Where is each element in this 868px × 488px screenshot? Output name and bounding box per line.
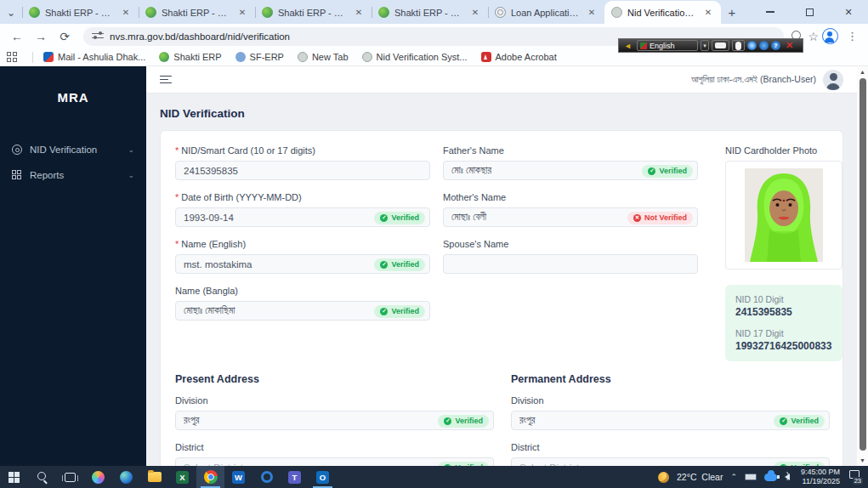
chevron-down-icon: ⌄ [7, 7, 15, 19]
outlook-button[interactable]: O [309, 466, 337, 488]
tab-close-icon[interactable]: ✕ [702, 7, 714, 19]
site-info-icon[interactable] [92, 31, 104, 42]
user-avatar[interactable] [823, 70, 843, 90]
mothers-name-input[interactable]: মোছাঃ বেলী ✕Not Verified [443, 207, 698, 227]
overlay-help-icon[interactable]: ? [771, 41, 780, 50]
field-permanent-division: Division রংপুর ✓Verified [511, 395, 830, 430]
browser-menu-icon[interactable]: ⋮ [842, 30, 863, 43]
chrome-button[interactable] [196, 466, 224, 488]
tab-close-icon[interactable]: ✕ [236, 7, 248, 19]
new-tab-button[interactable]: + [721, 1, 743, 23]
permanent-division-select[interactable]: রংপুর ✓Verified [511, 411, 830, 430]
scroll-up-icon[interactable]: ▲ [857, 69, 868, 75]
back-button[interactable]: ← [7, 26, 27, 47]
apps-grid-icon[interactable] [7, 52, 17, 62]
bookmark-mail[interactable]: Mail - Ashulia Dhak... [43, 52, 145, 62]
chrome-icon [204, 470, 218, 484]
header-user[interactable]: আশুলিয়া ঢাকা-এস.এমই (Branch-User) [691, 70, 843, 90]
touch-keyboard-icon[interactable] [745, 474, 757, 480]
permanent-address-section: Permanent Address Division রংপুর ✓Verifi… [511, 373, 830, 466]
copilot-button[interactable] [84, 466, 112, 488]
bookmark-adobe-acrobat[interactable]: Adobe Acrobat [481, 52, 557, 62]
bookmark-shakti-erp[interactable]: Shakti ERP [159, 52, 221, 62]
word-button[interactable]: W [224, 466, 252, 488]
browser-tab-4[interactable]: Shakti ERP - Loan Proposa... ✕ [372, 1, 488, 24]
bookmark-star-icon[interactable]: ☆ [808, 30, 819, 43]
start-button[interactable] [0, 466, 28, 488]
name-english-input[interactable]: mst. mostakima ✓Verified [175, 254, 430, 274]
name-bangla-input[interactable]: মোছাঃ মোকাছিমা ✓Verified [175, 301, 430, 321]
field-fathers-name: Father's Name মোঃ মোকছার ✓Verified [443, 145, 698, 180]
nid-17-digit-value: 19932716425000833 [735, 340, 832, 352]
tray-expand-icon[interactable]: ⌃ [730, 473, 737, 481]
excel-button[interactable]: X [168, 466, 196, 488]
divider [32, 52, 33, 63]
permanent-district-select[interactable]: Select District ✓Verified [511, 457, 830, 466]
teams-icon: T [288, 471, 301, 484]
cardholder-portrait [745, 168, 823, 262]
browser-tab-active[interactable]: Nid Verification System ✕ [604, 1, 721, 24]
window-minimize-button[interactable] [751, 0, 790, 24]
shakti-erp-favicon [262, 7, 273, 18]
action-center-button[interactable]: 23 [848, 470, 863, 484]
profile-icon[interactable] [822, 28, 838, 44]
overlay-language-dropdown-icon[interactable]: ▾ [701, 40, 709, 51]
spouses-name-input[interactable] [443, 254, 698, 274]
browser-tab-2[interactable]: Shakti ERP - Member Lead... ✕ [139, 1, 255, 24]
forward-button[interactable]: → [31, 26, 51, 47]
file-explorer-button[interactable] [140, 466, 168, 488]
overlay-mouse-button[interactable] [732, 40, 745, 51]
form-grid: *NID/Smart Card (10 or 17 digits) 241539… [175, 145, 828, 361]
tab-close-icon[interactable]: ✕ [586, 7, 598, 19]
overlay-language-select[interactable]: English [637, 40, 698, 51]
fathers-name-input[interactable]: মোঃ মোকছার ✓Verified [443, 161, 698, 180]
present-district-select[interactable]: Select District ✓Verified [175, 457, 494, 466]
bookmark-sf-erp[interactable]: SF-ERP [235, 52, 284, 62]
date-of-birth-input[interactable]: 1993-09-14 ✓Verified [175, 207, 430, 227]
weather-moon-icon[interactable] [658, 472, 669, 483]
window-close-button[interactable]: ✕ [829, 0, 868, 24]
window-maximize-button[interactable] [790, 0, 829, 24]
scrollbar-thumb[interactable] [859, 78, 866, 451]
present-division-select[interactable]: রংপুর ✓Verified [175, 411, 494, 430]
onedrive-icon[interactable] [764, 474, 777, 481]
shakti-erp-icon [159, 52, 169, 62]
clock-time: 9:45:00 PM [801, 468, 840, 477]
nid-number-input[interactable]: 2415395835 [175, 161, 430, 180]
reload-button[interactable]: ⟳ [54, 26, 75, 47]
taskbar-search-button[interactable] [28, 466, 56, 488]
scroll-down-icon[interactable]: ▼ [857, 457, 868, 463]
overlay-back-icon[interactable]: ◄ [621, 40, 634, 51]
taskbar-clock[interactable]: 9:45:00 PM 11/19/2025 [801, 468, 840, 487]
verified-badge: ✓Verified [774, 415, 825, 428]
sync-app-button[interactable] [252, 466, 281, 488]
page-scrollbar[interactable]: ▲ ▼ [857, 66, 868, 466]
bookmark-nid-verification[interactable]: Nid Verification Syst... [362, 52, 468, 62]
volume-icon[interactable] [785, 474, 790, 480]
bookmark-new-tab[interactable]: New Tab [298, 52, 349, 62]
sidebar-item-nid-verification[interactable]: NID Verification ⌄ [0, 137, 146, 162]
sidebar-toggle-icon[interactable] [160, 76, 172, 84]
browser-tab-3[interactable]: Shakti ERP - Lead Details ✕ [255, 1, 372, 24]
url-text[interactable]: nvs.mra.gov.bd/dashboard/nid/verificatio… [110, 31, 290, 42]
tab-search-button[interactable]: ⌄ [0, 2, 22, 24]
teams-button[interactable]: T [281, 466, 309, 488]
sidebar-item-reports[interactable]: Reports ⌄ [0, 162, 146, 188]
browser-tab-strip: ⌄ Shakti ERP - Member NID... ✕ Shakti ER… [0, 0, 868, 24]
task-view-button[interactable] [56, 466, 84, 488]
overlay-close-icon[interactable]: ✕ [783, 40, 796, 51]
chevron-down-icon: ⌄ [128, 171, 134, 179]
not-verified-badge: ✕Not Verified [627, 212, 693, 224]
overlay-shield-icon[interactable] [759, 41, 769, 50]
windows-logo-icon [9, 472, 20, 483]
browser-tab-1[interactable]: Shakti ERP - Member NID... ✕ [22, 1, 139, 24]
tab-close-icon[interactable]: ✕ [353, 7, 365, 19]
overlay-keyboard-button[interactable] [712, 40, 729, 51]
browser-tab-5[interactable]: Loan Application Form ✕ [488, 1, 604, 24]
overlay-settings-icon[interactable] [747, 41, 757, 50]
tab-close-icon[interactable]: ✕ [120, 7, 132, 19]
mail-icon [43, 52, 54, 62]
tab-close-icon[interactable]: ✕ [469, 7, 481, 19]
weather-widget[interactable]: 22°C Clear [677, 472, 723, 482]
edge-button[interactable] [112, 466, 140, 488]
